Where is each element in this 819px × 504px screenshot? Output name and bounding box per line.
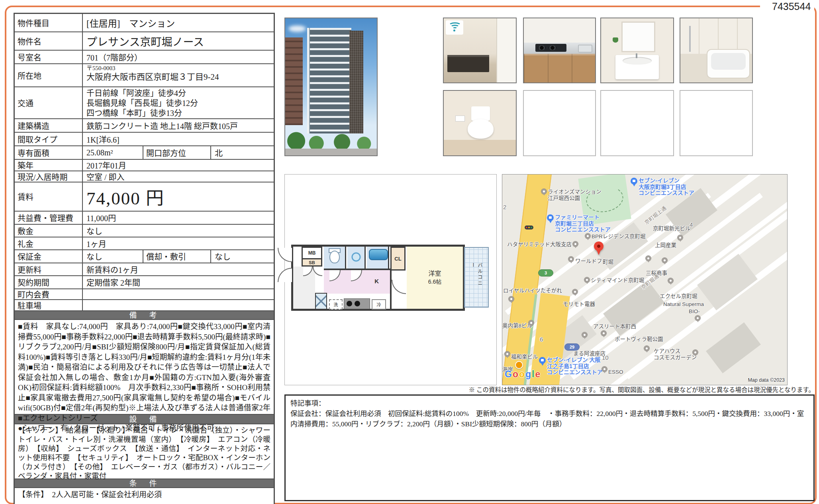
map-text-label: 奥内第8ビル xyxy=(502,323,532,329)
map-conv-label: ファミリーマート京町堀三丁目店コンビニエンスストア xyxy=(547,214,611,233)
place-icon xyxy=(515,361,523,369)
map-pin-icon xyxy=(509,296,514,304)
floorplan-toilet xyxy=(324,247,346,270)
map-label-text: モリモト電器 xyxy=(563,301,595,308)
bathtub-icon xyxy=(369,249,388,260)
row-label: 賃料 xyxy=(15,182,83,211)
map-poi-label: シティマインド京町堀 xyxy=(584,277,644,284)
poi-pin-icon xyxy=(668,278,673,285)
map-label-text: ESSO xyxy=(608,369,623,375)
poi-pin-icon xyxy=(529,320,534,328)
table-row: 礼金1ヶ月 xyxy=(15,237,274,250)
kitchen-label: K xyxy=(374,278,379,284)
map-num-label: 6 xyxy=(540,336,543,343)
floorplan-shoebox: SB xyxy=(302,259,322,267)
map-conv-label: セブン-イレブン 大阪江之子島1丁目店コンビニエンスストア xyxy=(539,357,603,376)
map-label-text: ファミリーマート京町堀三丁目店コンビニエンスストア xyxy=(555,214,611,233)
photo-placeholder-empty xyxy=(680,90,753,156)
poi-pin-icon xyxy=(644,346,649,353)
photo-toilet xyxy=(443,90,517,156)
row-value: なし xyxy=(211,250,274,263)
map-label-text: 上岡産業 xyxy=(655,242,676,249)
map-text-label: ロイヤルハイツたそがれ xyxy=(503,288,562,294)
wifi-icon xyxy=(446,20,463,35)
map-text-label: エクセル京町堀 xyxy=(660,293,698,300)
area-value: 25.08m² xyxy=(83,146,143,159)
access-line: 四つ橋線「本町」徒歩13分 xyxy=(86,108,270,118)
google-logo-letter: g xyxy=(525,369,531,380)
row-value: 鉄筋コンクリート造 地上14階 総戸数105戸 xyxy=(83,119,274,132)
map-label-text: エクセル京町堀 xyxy=(660,293,698,300)
map-label-text: 奥内第8ビル xyxy=(502,323,532,329)
traffic-light-icon xyxy=(525,226,533,229)
map-num-label: 2 xyxy=(503,204,506,210)
map-poi-label: ライオンズマンション江戸堀西公園 xyxy=(541,189,602,201)
stove-icon xyxy=(344,298,370,309)
row-label: 物件名 xyxy=(15,32,83,50)
row-label: 償却・敷引 xyxy=(143,250,211,263)
postal-code: 〒550-0003 xyxy=(86,65,270,72)
row-value: なし xyxy=(83,225,274,237)
row-label: 駐車場 xyxy=(15,300,83,310)
poi-pin-icon xyxy=(568,257,574,264)
conditions-text: 【条件】 2人入居可能・保証会社利用必須 xyxy=(15,488,274,504)
photo-placeholder-empty xyxy=(600,90,674,156)
poi-pin-icon xyxy=(572,289,578,296)
row-value: 1ヶ月 xyxy=(83,237,274,249)
map-pin-icon xyxy=(646,256,651,263)
map-poir-label: ハタヤリミテッド大阪支店 xyxy=(507,241,578,249)
address-cell: 〒550-0003 大阪府大阪市西区京町堀３丁目9-24 xyxy=(83,64,274,86)
table-row: 駐車場 xyxy=(15,300,274,311)
toilet-bowl-shape xyxy=(468,119,494,139)
row-label: 交通 xyxy=(15,87,83,118)
map-text-label: BIO- xyxy=(689,308,700,315)
property-flyer-page: 7435544 物件種目[住居用] マンション 物件名プレサンス京町堀ノース 号… xyxy=(0,0,819,504)
balcony-label: バルコニー xyxy=(470,263,483,292)
row-label: 更新料 xyxy=(15,263,83,275)
map-pin-icon xyxy=(529,320,534,328)
google-logo: Google xyxy=(505,369,540,380)
map-label-text: 京町堀新光ビル xyxy=(653,226,691,232)
property-name: プレサンス京町堀ノース xyxy=(83,32,274,50)
convenience-store-pin-icon xyxy=(539,357,546,366)
map-orange-icon xyxy=(515,361,523,369)
map-building-block xyxy=(706,322,761,373)
table-row: 築年2017年01月 xyxy=(15,160,274,171)
cloud-shape xyxy=(288,25,306,32)
map-text-label: 京町堀新光ビル xyxy=(653,226,691,232)
map-label-text: シティマインド京町堀 xyxy=(591,277,644,284)
map-label-text: ワールドフ xyxy=(575,258,602,265)
photo-bathroom xyxy=(680,18,753,83)
floorplan-box: バルコニー 洋室 6.6帖 K 洗 冷 MB SB CL xyxy=(284,174,497,385)
table-row: 共益費・管理費11,000円 xyxy=(15,212,274,225)
map-label-text: 10 xyxy=(602,355,609,361)
map-label-text: 福和楽ビル xyxy=(511,354,538,360)
table-row: 賃料74,000 円 xyxy=(15,182,274,212)
row-label: 町内会費 xyxy=(15,289,83,299)
map-text-label: ESSO xyxy=(608,369,623,375)
row-value: 2017年01月 xyxy=(83,160,274,171)
row-label: 敷金 xyxy=(15,225,83,237)
map-pin-icon xyxy=(572,289,578,296)
map-label-text: ハタヤリミテッド大阪支店 xyxy=(507,241,572,248)
access-line: 長堀鶴見線「西長堀」徒歩12分 xyxy=(86,98,270,108)
access-cell: 千日前線「阿波座」徒歩4分 長堀鶴見線「西長堀」徒歩12分 四つ橋線「本町」徒歩… xyxy=(83,87,274,118)
row-value xyxy=(83,289,274,299)
special-notes-box: 特記事項： 保証会社：保証会社利用必須 初回保証料:総賃料の100% 更新時:2… xyxy=(284,394,815,501)
poi-pin-icon xyxy=(505,351,510,359)
row-label: 現況/入居時期 xyxy=(15,171,83,182)
table-row: 建築構造鉄筋コンクリート造 地上14階 総戸数105戸 xyxy=(15,119,274,133)
poi-pin-icon xyxy=(646,256,651,263)
map-pin-icon xyxy=(601,331,606,338)
map-label-text: ロイヤルハイツたそがれ xyxy=(503,288,562,294)
map-text-label: Natural Superma xyxy=(663,301,704,308)
remarks-text: ■賃料 家具なし:74,000円 家具あり:74,000円■鍵交換代33,000… xyxy=(15,320,274,415)
photo-placeholder-empty xyxy=(523,90,596,156)
document-number: 7435544 xyxy=(772,1,811,12)
special-notes-body: 保証会社：保証会社利用必須 初回保証料:総賃料の100% 更新時:20,000円… xyxy=(290,408,809,429)
floor-shape xyxy=(444,140,516,155)
map-pin-icon xyxy=(693,350,698,357)
route-shield-29: 29 xyxy=(564,343,580,351)
poi-pin-icon xyxy=(509,296,514,304)
floorplan-closet: CL xyxy=(390,247,406,271)
